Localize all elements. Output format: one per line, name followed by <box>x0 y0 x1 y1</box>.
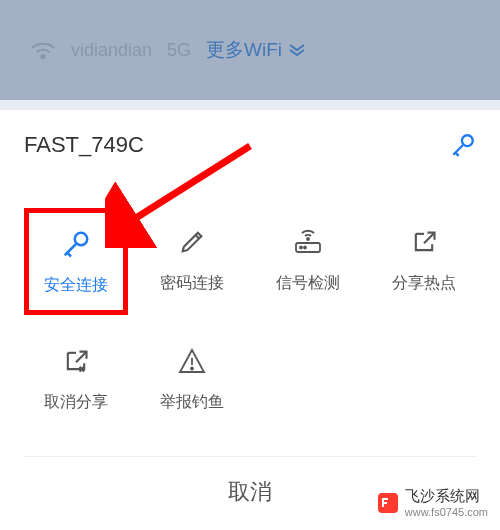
svg-point-0 <box>41 55 44 58</box>
action-sheet: FAST_749C 安全连接 <box>0 110 500 527</box>
option-label: 取消分享 <box>44 392 108 413</box>
more-wifi-label: 更多WiFi <box>206 37 282 63</box>
option-share-hotspot[interactable]: 分享热点 <box>372 208 476 315</box>
option-label: 安全连接 <box>44 275 108 296</box>
option-report-phishing[interactable]: 举报钓鱼 <box>140 327 244 430</box>
key-icon <box>450 132 476 158</box>
svg-point-3 <box>307 238 309 240</box>
svg-point-5 <box>300 247 302 249</box>
background-wifi-row: vidiandian 5G 更多WiFi <box>0 0 500 100</box>
network-name: FAST_749C <box>24 132 144 158</box>
cancel-label: 取消 <box>228 479 272 504</box>
more-wifi-link[interactable]: 更多WiFi <box>206 37 306 63</box>
warning-triangle-icon <box>177 344 207 378</box>
watermark-text: 飞沙系统网 <box>405 487 480 504</box>
share-icon <box>410 225 438 259</box>
chevron-double-down-icon <box>288 43 306 57</box>
option-password-connect[interactable]: 密码连接 <box>140 208 244 315</box>
sheet-header: FAST_749C <box>24 132 476 158</box>
svg-point-1 <box>462 135 473 146</box>
option-label: 信号检测 <box>276 273 340 294</box>
background-ssid: vidiandian <box>71 40 152 61</box>
background-band: 5G <box>167 40 191 61</box>
option-secure-connect[interactable]: 安全连接 <box>24 208 128 315</box>
svg-point-6 <box>304 247 306 249</box>
watermark-logo-icon <box>377 492 399 514</box>
option-label: 举报钓鱼 <box>160 392 224 413</box>
router-icon <box>292 225 324 259</box>
pencil-icon <box>178 225 206 259</box>
watermark: 飞沙系统网 www.fs0745.com <box>377 487 488 518</box>
option-label: 密码连接 <box>160 273 224 294</box>
svg-point-7 <box>191 368 193 370</box>
divider <box>0 100 500 110</box>
key-icon <box>61 227 91 261</box>
option-label: 分享热点 <box>392 273 456 294</box>
svg-rect-9 <box>378 493 398 513</box>
option-cancel-share[interactable]: 取消分享 <box>24 327 128 430</box>
wifi-icon <box>30 40 56 60</box>
svg-point-2 <box>75 233 88 246</box>
share-cancel-icon <box>62 344 90 378</box>
options-grid: 安全连接 密码连接 信号检测 <box>24 208 476 430</box>
option-signal-check[interactable]: 信号检测 <box>256 208 360 315</box>
watermark-url: www.fs0745.com <box>405 506 488 518</box>
